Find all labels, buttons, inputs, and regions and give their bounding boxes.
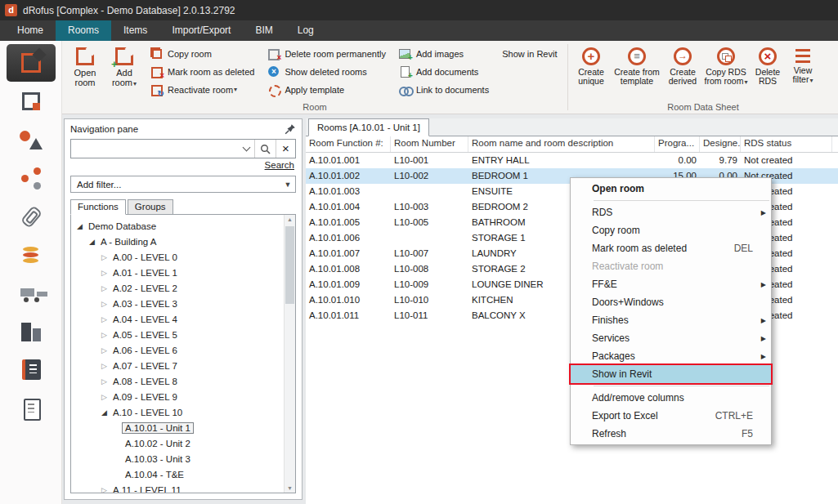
tree-item[interactable]: A.10.03 - Unit 3 [71, 451, 284, 466]
tree-item[interactable]: A.09 - LEVEL 9 [71, 389, 284, 404]
sidebar-item-documents[interactable] [7, 390, 56, 427]
sidebar-item-buildings[interactable] [7, 313, 56, 350]
tree-item[interactable]: A.10 - LEVEL 10 [71, 404, 284, 420]
tree-expander-icon[interactable] [99, 284, 110, 292]
sidebar-item-systems[interactable] [7, 159, 56, 197]
sidebar-item-rooms[interactable] [7, 44, 56, 82]
column-header[interactable]: Room Function #: [306, 136, 391, 152]
context-menu-item[interactable]: Refresh F5 ▶ [571, 425, 771, 443]
delete-rds-button[interactable]: Delete RDS [751, 43, 785, 87]
context-menu-item[interactable]: Copy room ▶ [571, 221, 771, 239]
menu-tab[interactable]: Rooms [56, 20, 111, 41]
add-images-button[interactable]: + Add images [399, 47, 489, 60]
context-menu-item[interactable]: Mark room as deleted DEL ▶ [571, 239, 771, 257]
context-menu-item[interactable]: RDS ▶ [571, 203, 771, 221]
tree-scrollbar[interactable] [284, 215, 295, 493]
apply-template-button[interactable]: Apply template [267, 83, 386, 96]
tree-expander-icon[interactable] [99, 486, 110, 493]
chevron-down-icon[interactable] [243, 144, 251, 152]
show-in-revit-toggle[interactable]: Show in Revit [502, 49, 557, 59]
tree-expander-icon[interactable] [99, 253, 110, 261]
room-row[interactable]: A.10.01.001 L10-001 ENTRY HALL 0.00 9.79… [306, 153, 838, 168]
create-unique-button[interactable]: Create unique [572, 43, 610, 87]
context-menu-item[interactable]: Services ▶ [571, 329, 771, 347]
search-link[interactable]: Search [265, 160, 294, 170]
tree-item[interactable]: A.01 - LEVEL 1 [71, 265, 284, 280]
tree-expander-icon[interactable] [99, 300, 110, 308]
room-number-cell: L10-007 [391, 246, 468, 261]
add-room-button[interactable]: Add room▾ [105, 43, 143, 91]
pin-icon[interactable] [285, 123, 296, 135]
clear-search-icon[interactable]: × [276, 140, 295, 158]
sidebar-item-items[interactable] [7, 83, 56, 120]
tree-expander-icon[interactable] [99, 315, 110, 323]
menu-tab[interactable]: Home [5, 20, 56, 41]
tree-expander-icon[interactable] [74, 222, 85, 230]
view-filter-button[interactable]: View filter▾ [786, 43, 819, 87]
menu-tab[interactable]: BIM [243, 20, 285, 41]
context-menu-item[interactable]: FF&E ▶ [571, 275, 771, 293]
rooms-document-tab[interactable]: Rooms [A.10.01 - Unit 1] [308, 118, 429, 136]
context-menu-item[interactable]: Show in Revit ▶ [571, 365, 771, 383]
tree-item[interactable]: A.05 - LEVEL 5 [71, 327, 284, 342]
search-input[interactable] [71, 140, 242, 158]
scrollbar-thumb[interactable] [285, 226, 294, 304]
column-header[interactable]: Room Number [391, 136, 468, 152]
show-deleted-rooms-button[interactable]: Show deleted rooms [267, 65, 386, 78]
nav-tab[interactable]: Functions [70, 199, 126, 215]
column-header[interactable]: RDS status [741, 136, 832, 152]
tree-expander-icon[interactable] [99, 393, 110, 401]
context-menu-item[interactable]: Doors+Windows ▶ [571, 293, 771, 311]
tree-item[interactable]: A.06 - LEVEL 6 [71, 342, 284, 358]
tree-item[interactable]: A.07 - LEVEL 7 [71, 358, 284, 373]
column-header[interactable]: Room name and room description [468, 136, 655, 152]
tree-item[interactable]: A.02 - LEVEL 2 [71, 280, 284, 296]
context-menu-item[interactable]: Packages ▶ [571, 347, 771, 365]
sidebar-item-rds[interactable] [7, 351, 56, 389]
sidebar-item-finance[interactable] [7, 236, 56, 274]
search-icon[interactable] [254, 140, 276, 158]
column-header[interactable]: Designe... [700, 136, 741, 152]
open-room-button[interactable]: Open room [66, 43, 104, 89]
tree-item[interactable]: A.10.02 - Unit 2 [71, 435, 284, 451]
tree-expander-icon[interactable] [99, 362, 110, 370]
tree-expander-icon[interactable] [99, 408, 110, 417]
tree-item[interactable]: Demo Database [71, 218, 284, 234]
tree-expander-icon[interactable] [99, 346, 110, 355]
tree-expander-icon[interactable] [99, 377, 110, 386]
create-from-template-button[interactable]: Create from template [612, 43, 662, 87]
tree-item[interactable]: A.10.04 - T&E [71, 466, 284, 482]
menu-tab[interactable]: Log [285, 20, 326, 41]
sidebar-item-attachments[interactable] [7, 198, 56, 235]
reactivate-room-button[interactable]: ↻ Reactivate room ▾ [150, 83, 254, 96]
tree-item[interactable]: A - Building A [71, 234, 284, 249]
tree-item[interactable]: A.11 - LEVEL 11 [71, 482, 284, 493]
nav-tab[interactable]: Groups [128, 199, 173, 215]
tree-item[interactable]: A.10.01 - Unit 1 [71, 420, 284, 435]
tree-expander-icon[interactable] [99, 331, 110, 339]
copy-room-button[interactable]: Copy room [150, 47, 254, 60]
context-menu-item[interactable]: Reactivate room ▶ [571, 257, 771, 275]
sidebar-item-shapes[interactable] [7, 121, 56, 158]
menu-tab[interactable]: Import/Export [159, 20, 243, 41]
context-menu-item[interactable]: Finishes ▶ [571, 311, 771, 329]
column-header[interactable]: Progra... [655, 136, 700, 152]
copy-rds-from-room-button[interactable]: Copy RDS from room▾ [703, 43, 749, 88]
menu-tab[interactable]: Items [111, 20, 159, 41]
context-menu-item[interactable]: Open room ▶ [571, 180, 771, 198]
add-documents-button[interactable]: + Add documents [399, 65, 489, 78]
context-menu-item[interactable]: Export to Excel CTRL+E ▶ [571, 407, 771, 425]
delete-room-permanently-button[interactable]: × Delete room permanently [267, 47, 386, 60]
link-to-documents-button[interactable]: Link to documents [399, 83, 489, 96]
tree-expander-icon[interactable] [99, 269, 110, 277]
context-menu-item[interactable]: Add/remove columns ▶ [571, 389, 771, 407]
tree-item[interactable]: A.08 - LEVEL 8 [71, 373, 284, 389]
tree-item[interactable]: A.03 - LEVEL 3 [71, 296, 284, 311]
add-filter-dropdown[interactable]: Add filter... ▼ [70, 176, 296, 193]
tree-item[interactable]: A.00 - LEVEL 0 [71, 249, 284, 265]
sidebar-item-logistics[interactable] [7, 274, 56, 312]
create-derived-button[interactable]: Create derived [664, 43, 701, 87]
tree-item[interactable]: A.04 - LEVEL 4 [71, 311, 284, 327]
mark-room-as-deleted-button[interactable]: × Mark room as deleted [150, 65, 254, 78]
tree-expander-icon[interactable] [87, 238, 97, 246]
